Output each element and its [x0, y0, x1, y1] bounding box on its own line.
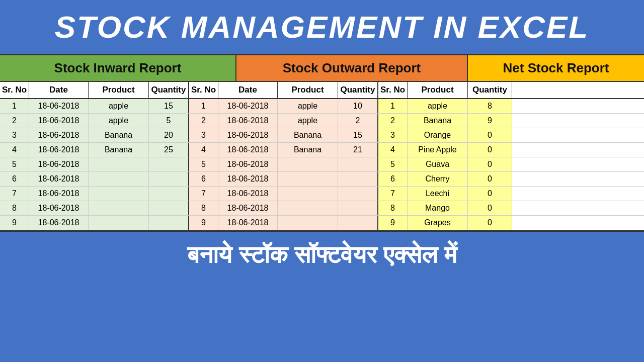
table-cell — [149, 216, 189, 230]
table-cell: 8 — [378, 201, 408, 215]
table-cell: 15 — [338, 128, 378, 142]
table-cell: 18-06-2018 — [218, 128, 278, 142]
table-cell: 6 — [189, 172, 218, 186]
bottom-banner: बनाये स्टॉक सॉफ्टवेयर एक्सेल में — [0, 232, 644, 279]
table-cell: apple — [89, 99, 149, 113]
table-cell: 4 — [189, 143, 218, 157]
table-row: 818-06-2018818-06-20188Mango0 — [0, 201, 644, 216]
table-cell — [149, 201, 189, 215]
col-net-srno: Sr. No — [378, 82, 408, 98]
col-iw-qty: Quantity — [149, 82, 189, 98]
table-cell: Grapes — [408, 216, 468, 230]
table-cell: 18-06-2018 — [29, 143, 89, 157]
table-cell — [338, 216, 378, 230]
table-cell: 1 — [0, 99, 29, 113]
table-cell: Guava — [408, 157, 468, 171]
table-cell — [89, 216, 149, 230]
table-cell — [89, 157, 149, 171]
table-cell: 18-06-2018 — [29, 157, 89, 171]
table-cell: 18-06-2018 — [29, 216, 89, 230]
table-cell: 9 — [0, 216, 29, 230]
table-cell: apple — [408, 99, 468, 113]
table-cell — [338, 201, 378, 215]
table-cell: Banana — [89, 128, 149, 142]
table-cell: Banana — [278, 128, 338, 142]
table-cell: 10 — [338, 99, 378, 113]
table-cell: apple — [89, 114, 149, 128]
col-headers: Sr. No Date Product Quantity Sr. No Date… — [0, 81, 644, 99]
outward-header: Stock Outward Report — [236, 55, 468, 81]
table-cell: 5 — [0, 157, 29, 171]
table-cell: 2 — [189, 114, 218, 128]
table-cell: Pine Apple — [408, 143, 468, 157]
table-cell: 18-06-2018 — [218, 157, 278, 171]
section-headers: Stock Inward Report Stock Outward Report… — [0, 55, 644, 81]
table-row: 218-06-2018apple5218-06-2018apple22Banan… — [0, 114, 644, 128]
table-cell: 0 — [468, 172, 512, 186]
table-cell: 6 — [378, 172, 408, 186]
col-ow-srno: Sr. No — [189, 82, 218, 98]
table-cell: 5 — [378, 157, 408, 171]
table-cell: apple — [278, 114, 338, 128]
table-cell: 15 — [149, 99, 189, 113]
table-cell: 7 — [378, 187, 408, 201]
table-cell: 0 — [468, 128, 512, 142]
table-cell — [278, 201, 338, 215]
table-cell: 3 — [189, 128, 218, 142]
table-row: 918-06-2018918-06-20189Grapes0 — [0, 216, 644, 230]
table-cell — [278, 216, 338, 230]
table-cell: Banana — [278, 143, 338, 157]
table-cell: 18-06-2018 — [29, 201, 89, 215]
col-ow-qty: Quantity — [338, 82, 378, 98]
table-cell: Mango — [408, 201, 468, 215]
table-cell: 2 — [338, 114, 378, 128]
table-cell: 5 — [189, 157, 218, 171]
data-rows: 118-06-2018apple15118-06-2018apple101app… — [0, 99, 644, 230]
table-cell: 4 — [0, 143, 29, 157]
table-cell: 2 — [378, 114, 408, 128]
table-cell: 20 — [149, 128, 189, 142]
table-row: 618-06-2018618-06-20186Cherry0 — [0, 172, 644, 187]
table-cell: 1 — [189, 99, 218, 113]
table-cell: 3 — [0, 128, 29, 142]
col-iw-product: Product — [89, 82, 149, 98]
table-cell: 21 — [338, 143, 378, 157]
table-cell: 18-06-2018 — [29, 187, 89, 201]
col-ow-product: Product — [278, 82, 338, 98]
table-row: 418-06-2018Banana25418-06-2018Banana214P… — [0, 143, 644, 157]
table-cell: 0 — [468, 157, 512, 171]
table-cell — [338, 187, 378, 201]
table-section: Stock Inward Report Stock Outward Report… — [0, 54, 644, 232]
table-cell: 9 — [468, 114, 512, 128]
col-net-qty: Quantity — [468, 82, 512, 98]
table-cell: 8 — [0, 201, 29, 215]
col-iw-date: Date — [29, 82, 89, 98]
table-cell: 18-06-2018 — [29, 128, 89, 142]
table-cell: 18-06-2018 — [218, 172, 278, 186]
table-cell — [89, 201, 149, 215]
col-net-product: Product — [408, 82, 468, 98]
table-cell: 18-06-2018 — [218, 216, 278, 230]
table-cell: 0 — [468, 201, 512, 215]
table-cell: Orange — [408, 128, 468, 142]
table-cell — [149, 172, 189, 186]
table-cell: 8 — [189, 201, 218, 215]
table-cell: 0 — [468, 143, 512, 157]
table-cell: 18-06-2018 — [218, 187, 278, 201]
table-cell: 7 — [0, 187, 29, 201]
table-cell — [278, 172, 338, 186]
table-row: 518-06-2018518-06-20185Guava0 — [0, 157, 644, 172]
table-cell: 18-06-2018 — [29, 114, 89, 128]
table-cell: 7 — [189, 187, 218, 201]
col-ow-date: Date — [218, 82, 278, 98]
table-cell: 18-06-2018 — [218, 201, 278, 215]
table-cell — [338, 172, 378, 186]
table-cell: 1 — [378, 99, 408, 113]
table-cell: apple — [278, 99, 338, 113]
table-cell: 3 — [378, 128, 408, 142]
table-cell: 0 — [468, 187, 512, 201]
table-cell: Banana — [89, 143, 149, 157]
table-cell — [149, 157, 189, 171]
table-cell: 9 — [378, 216, 408, 230]
net-header: Net Stock Report — [468, 55, 644, 81]
